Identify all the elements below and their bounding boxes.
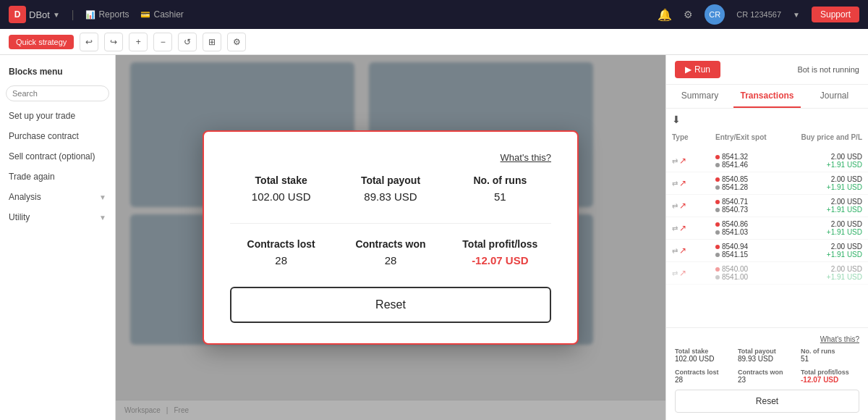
modal-total-payout: Total payout 89.83 USD <box>339 175 441 203</box>
reset-view-button[interactable]: ↺ <box>178 33 197 51</box>
transactions-table: ⇄ ↗ 8541.32 8541.46 2.00 USD +1.91 USD ⇄… <box>666 144 868 327</box>
panel-whats-this-link[interactable]: What's this? <box>675 335 859 343</box>
total-stake-label: Total stake <box>230 175 332 186</box>
buy-price-cell: 2.00 USD +1.91 USD <box>780 153 862 169</box>
table-row[interactable]: ⇄ ↗ 8540.94 8541.15 2.00 USD +1.91 USD <box>666 240 868 262</box>
grid-button[interactable]: ⊞ <box>203 33 221 51</box>
notifications-icon[interactable]: 🔔 <box>658 8 672 22</box>
type-icons: ⇄ ↗ <box>672 156 715 166</box>
modal-stats-grid-2: Contracts lost 28 Contracts won 28 Total… <box>230 238 551 266</box>
quick-strategy-button[interactable]: Quick strategy <box>9 35 74 49</box>
entry-prices: 8541.32 8541.46 <box>715 153 780 169</box>
modal-contracts-lost: Contracts lost 28 <box>230 238 332 266</box>
sidebar-item-analysis[interactable]: Analysis ▼ <box>0 187 115 207</box>
settings-icon[interactable]: ⚙ <box>684 9 693 20</box>
panel-total-stake: Total stake 102.00 USD <box>675 348 733 363</box>
table-row[interactable]: ⇄ ↗ 8541.32 8541.46 2.00 USD +1.91 USD <box>666 150 868 172</box>
entry-prices: 8540.94 8541.15 <box>715 243 780 259</box>
up-arrow-icon: ↗ <box>679 201 686 211</box>
tab-transactions[interactable]: Transactions <box>733 85 801 108</box>
panel-summary: What's this? Total stake 102.00 USD Tota… <box>666 327 868 420</box>
type-icons: ⇄ ↗ <box>672 178 715 188</box>
panel-tabs: Summary Transactions Journal <box>666 85 868 109</box>
download-icon[interactable]: ⬇ <box>672 114 681 125</box>
type-icons: ⇄ ↗ <box>672 245 715 256</box>
up-arrow-icon: ↗ <box>679 245 686 256</box>
chevron-down-icon: ▼ <box>99 214 106 222</box>
modal-stats-grid: Total stake 102.00 USD Total payout 89.8… <box>230 175 551 203</box>
table-row[interactable]: ⇄ ↗ 8540.85 8541.28 2.00 USD +1.91 USD <box>666 172 868 195</box>
total-payout-value: 89.83 USD <box>339 190 441 203</box>
download-row: ⬇ <box>666 109 868 130</box>
up-arrow-icon: ↗ <box>679 178 686 188</box>
sidebar-item-purchase[interactable]: Purchase contract <box>0 126 115 146</box>
nav-reports[interactable]: 📊 Reports <box>85 9 129 20</box>
col-buy-price: Buy price and P/L <box>780 133 862 141</box>
total-payout-label: Total payout <box>339 175 441 186</box>
table-row[interactable]: ⇄ ↗ 8540.86 8541.03 2.00 USD +1.91 USD <box>666 217 868 240</box>
whats-this-link[interactable]: What's this? <box>230 152 551 163</box>
buy-price-cell: 2.00 USD +1.91 USD <box>780 265 862 281</box>
sidebar-item-sell[interactable]: Sell contract (optional) <box>0 146 115 167</box>
app-logo[interactable]: D DBot ▼ <box>9 6 60 23</box>
buy-price-cell: 2.00 USD +1.91 USD <box>780 220 862 236</box>
zoom-out-button[interactable]: − <box>153 33 172 51</box>
buy-price-cell: 2.00 USD +1.91 USD <box>780 175 862 191</box>
buy-price-cell: 2.00 USD +1.91 USD <box>780 243 862 259</box>
entry-prices: 8540.85 8541.28 <box>715 175 780 191</box>
summary-modal: What's this? Total stake 102.00 USD Tota… <box>203 130 579 345</box>
entry-prices: 8540.86 8541.03 <box>715 220 780 236</box>
modal-runs: No. of runs 51 <box>449 175 551 203</box>
type-icons: ⇄ ↗ <box>672 223 715 233</box>
panel-title: Bot is not running <box>726 65 859 74</box>
right-panel: ▶ Run Bot is not running Summary Transac… <box>665 55 868 420</box>
sidebar-item-trade-again[interactable]: Trade again <box>0 167 115 187</box>
col-entry-exit: Entry/Exit spot <box>715 133 780 141</box>
run-button[interactable]: ▶ Run <box>675 61 720 78</box>
tab-journal[interactable]: Journal <box>801 85 868 108</box>
account-arrow: ▼ <box>793 11 800 19</box>
chevron-down-icon: ▼ <box>99 193 106 201</box>
panel-contracts-lost: Contracts lost 28 <box>675 369 733 384</box>
toolbar: Quick strategy ↩ ↪ + − ↺ ⊞ ⚙ <box>0 29 868 55</box>
modal-profit-loss: Total profit/loss -12.07 USD <box>449 238 551 266</box>
col-type: Type <box>672 133 715 141</box>
account-text: CR 1234567 <box>736 10 781 19</box>
runs-value: 51 <box>449 190 551 203</box>
modal-reset-button[interactable]: Reset <box>230 287 551 323</box>
table-row[interactable]: ⇄ ↗ 8540.00 8541.00 2.00 USD +1.91 USD <box>666 262 868 285</box>
runs-label: No. of runs <box>449 175 551 186</box>
entry-prices: 8540.71 8540.73 <box>715 198 780 214</box>
redo-button[interactable]: ↪ <box>104 33 123 51</box>
profit-loss-label: Total profit/loss <box>449 238 551 250</box>
logo-icon: D <box>9 6 26 23</box>
entry-prices: 8540.00 8541.00 <box>715 265 780 281</box>
tab-summary[interactable]: Summary <box>666 85 733 108</box>
modal-overlay: What's this? Total stake 102.00 USD Tota… <box>116 55 665 420</box>
up-arrow-icon: ↗ <box>679 156 686 166</box>
contracts-won-value: 28 <box>339 254 441 266</box>
profit-loss-value: -12.07 USD <box>449 254 551 266</box>
up-arrow-icon: ↗ <box>679 268 686 278</box>
main-layout: Blocks menu Set up your trade Purchase c… <box>0 55 868 420</box>
panel-reset-button[interactable]: Reset <box>675 390 859 413</box>
type-icons: ⇄ ↗ <box>672 201 715 211</box>
avatar[interactable]: CR <box>705 4 725 25</box>
total-stake-value: 102.00 USD <box>230 190 332 203</box>
play-icon: ▶ <box>685 64 692 75</box>
nav-cashier[interactable]: 💳 Cashier <box>140 9 183 20</box>
app-name: DBot <box>29 9 50 20</box>
center-content: What's this? Total stake 102.00 USD Tota… <box>116 55 665 420</box>
undo-button[interactable]: ↩ <box>80 33 98 51</box>
support-button[interactable]: Support <box>812 7 859 22</box>
sidebar-item-utility[interactable]: Utility ▼ <box>0 207 115 227</box>
panel-total-payout: Total payout 89.93 USD <box>738 348 796 363</box>
search-input[interactable] <box>6 85 109 101</box>
modal-total-stake: Total stake 102.00 USD <box>230 175 332 203</box>
top-nav: D DBot ▼ | 📊 Reports 💳 Cashier 🔔 ⚙ CR CR… <box>0 0 868 29</box>
zoom-in-button[interactable]: + <box>129 33 148 51</box>
table-row[interactable]: ⇄ ↗ 8540.71 8540.73 2.00 USD +1.91 USD <box>666 195 868 217</box>
sidebar-item-setup[interactable]: Set up your trade <box>0 106 115 126</box>
settings-toolbar-button[interactable]: ⚙ <box>227 33 246 51</box>
table-header: Type Entry/Exit spot Buy price and P/L <box>666 130 868 144</box>
